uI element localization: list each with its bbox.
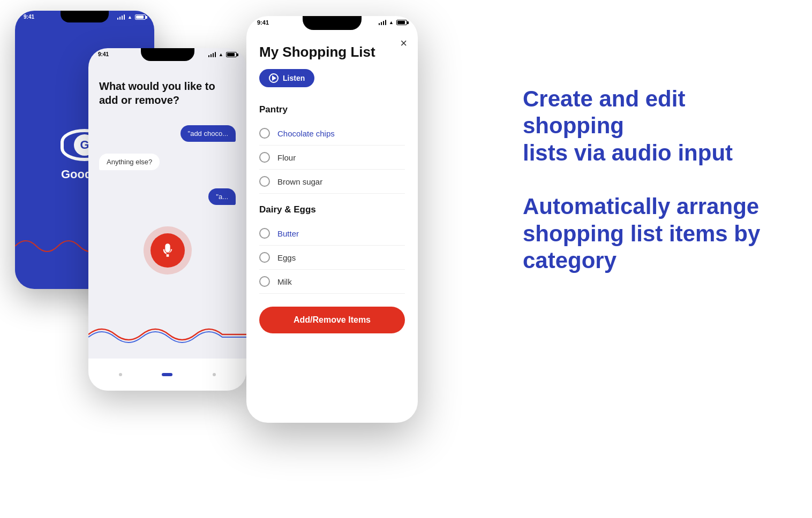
radio-chocolate-chips[interactable] xyxy=(259,128,270,139)
chat-bubble-a: "a... xyxy=(208,188,236,205)
phone-front: 9:41 ▲ × My Shopping List Listen Pantry xyxy=(246,16,418,423)
radio-milk[interactable] xyxy=(259,276,270,287)
phone-front-status-bar: 9:41 ▲ xyxy=(257,19,407,26)
radio-brown-sugar[interactable] xyxy=(259,176,270,187)
battery-front-icon xyxy=(396,20,407,25)
chat-bubble-anything-else: Anything else? xyxy=(99,154,160,170)
footer-dot-3 xyxy=(213,373,216,376)
phone-bg-status-bar: 9:41 ▲ xyxy=(24,14,146,20)
list-item-butter[interactable]: Butter xyxy=(259,222,405,246)
promo-heading-2: Automatically arrange shopping list item… xyxy=(523,193,791,274)
mic-pulse-ring xyxy=(144,226,192,275)
radio-flour[interactable] xyxy=(259,152,270,163)
voice-question: What would you like to add or remove? xyxy=(99,79,236,107)
chat-bubble-add-choco: "add choco... xyxy=(181,125,236,142)
list-item-milk[interactable]: Milk xyxy=(259,270,405,294)
item-label-flour: Flour xyxy=(277,153,296,162)
phone-mid-footer xyxy=(88,359,246,391)
microphone-icon xyxy=(160,243,175,258)
promo-heading-1: Create and edit shopping lists via audio… xyxy=(523,86,791,166)
play-triangle-icon xyxy=(272,75,276,81)
add-remove-button[interactable]: Add/Remove Items xyxy=(259,307,405,333)
category-pantry-title: Pantry xyxy=(259,104,405,115)
category-dairy-title: Dairy & Eggs xyxy=(259,204,405,215)
radio-eggs[interactable] xyxy=(259,252,270,263)
battery-icon xyxy=(135,14,146,20)
mic-button[interactable] xyxy=(151,233,185,268)
listen-button[interactable]: Listen xyxy=(259,69,314,87)
footer-dot-1 xyxy=(119,373,122,376)
shopping-list-content: My Shopping List Listen Pantry Chocolate… xyxy=(246,16,418,423)
item-label-butter: Butter xyxy=(277,229,299,238)
listen-label: Listen xyxy=(283,74,305,82)
list-item-flour[interactable]: Flour xyxy=(259,146,405,170)
signal-front-icon xyxy=(379,20,387,25)
phone-front-status-icons: ▲ xyxy=(379,20,407,25)
phone-front-time: 9:41 xyxy=(257,19,269,26)
promo-text-section: Create and edit shopping lists via audio… xyxy=(523,86,791,274)
close-button[interactable]: × xyxy=(400,36,407,50)
wifi-front-icon: ▲ xyxy=(389,20,394,25)
list-item-chocolate-chips[interactable]: Chocolate chips xyxy=(259,121,405,146)
item-label-milk: Milk xyxy=(277,277,292,286)
signal-icon xyxy=(117,14,125,20)
list-item-eggs[interactable]: Eggs xyxy=(259,246,405,270)
chat-bubble-row-1: "add choco... xyxy=(99,116,236,142)
list-item-brown-sugar[interactable]: Brown sugar xyxy=(259,170,405,194)
eye-g-letter: G xyxy=(80,138,89,152)
item-label-chocolate-chips: Chocolate chips xyxy=(277,129,335,138)
chat-bubble-row-2: Anything else? xyxy=(99,147,236,170)
phone-bg-status-icons: ▲ xyxy=(117,14,146,20)
phone-bg-time: 9:41 xyxy=(24,14,34,20)
phone-middle: 9:41 ▲ What would you like to add or rem… xyxy=(88,48,246,391)
wifi-icon: ▲ xyxy=(127,14,132,20)
item-label-eggs: Eggs xyxy=(277,253,296,262)
wave-bottom-mid xyxy=(88,318,246,348)
radio-butter[interactable] xyxy=(259,228,270,239)
item-label-brown-sugar: Brown sugar xyxy=(277,177,322,186)
shopping-list-title: My Shopping List xyxy=(259,44,405,60)
chat-bubble-row-3: "a... xyxy=(99,179,236,205)
footer-dot-2 xyxy=(162,373,172,376)
mic-area xyxy=(99,226,236,275)
phone-mid-content: What would you like to add or remove? "a… xyxy=(88,48,246,391)
play-icon xyxy=(269,73,279,83)
